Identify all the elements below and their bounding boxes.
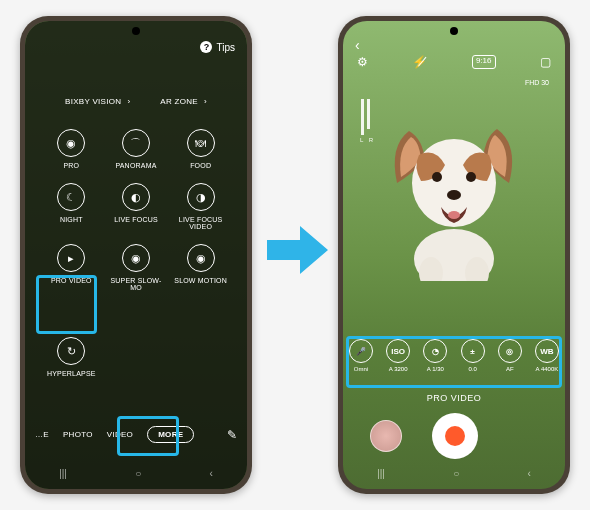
mode-label: LIVE FOCUS: [114, 216, 158, 223]
control-iso[interactable]: ISO A 3200: [386, 339, 410, 372]
tips-button[interactable]: ? Tips: [200, 41, 235, 53]
nav-home-icon[interactable]: ○: [453, 468, 459, 479]
mode-label: SUPER SLOW-MO: [105, 277, 167, 291]
mode-label: HYPERLAPSE: [47, 370, 96, 377]
mode-hyperlapse[interactable]: ↻ HYPERLAPSE: [40, 337, 102, 377]
mode-label: SLOW MOTION: [174, 277, 227, 284]
bixby-vision-link[interactable]: BIXBY VISION ›: [65, 97, 130, 106]
nav-back-icon[interactable]: ‹: [210, 468, 213, 479]
control-label: A 1/30: [427, 366, 444, 372]
live-focus-video-icon: ◑: [187, 183, 215, 211]
resolution-label: FHD 30: [525, 79, 549, 86]
control-ev[interactable]: ± 0.0: [461, 339, 485, 372]
mic-icon: 🎤: [349, 339, 373, 363]
pro-video-screen: ‹ ⚙ ⚡̸ 9:16 ▢ FHD 30 L R 🎤 Omni ISO: [343, 21, 565, 489]
chevron-right-icon: ›: [127, 97, 130, 106]
back-button[interactable]: ‹: [355, 37, 360, 53]
tips-label: Tips: [216, 42, 235, 53]
nav-back-icon[interactable]: ‹: [528, 468, 531, 479]
audio-level-meter: [361, 99, 370, 135]
mode-food[interactable]: 🍽 FOOD: [170, 129, 232, 169]
mode-pro[interactable]: ◉ PRO: [40, 129, 102, 169]
mode-label: PRO: [63, 162, 79, 169]
mode-label: LIVE FOCUS VIDEO: [170, 216, 232, 230]
flash-off-icon[interactable]: ⚡̸: [412, 55, 427, 69]
control-mic[interactable]: 🎤 Omni: [349, 339, 373, 372]
nav-home-icon[interactable]: ○: [135, 468, 141, 479]
front-camera-notch: [450, 27, 458, 35]
record-dot-icon: [445, 426, 465, 446]
slow-motion-icon: ◉: [187, 244, 215, 272]
tab-truncated[interactable]: …E: [35, 430, 49, 439]
aspect-ratio-button[interactable]: 9:16: [472, 55, 496, 69]
iso-icon: ISO: [386, 339, 410, 363]
mode-live-focus[interactable]: ◐ LIVE FOCUS: [105, 183, 167, 230]
tab-photo[interactable]: PHOTO: [63, 430, 93, 439]
control-label: AF: [506, 366, 514, 372]
control-label: 0.0: [468, 366, 476, 372]
tab-more[interactable]: MORE: [147, 426, 194, 443]
mode-label: FOOD: [190, 162, 211, 169]
control-label: A 3200: [389, 366, 408, 372]
live-focus-icon: ◐: [122, 183, 150, 211]
mode-night[interactable]: ☾ NIGHT: [40, 183, 102, 230]
wb-icon: WB: [535, 339, 559, 363]
control-shutter[interactable]: ◔ A 1/30: [423, 339, 447, 372]
mode-super-slow-mo[interactable]: ◉ SUPER SLOW-MO: [105, 244, 167, 291]
chevron-right-icon: ›: [204, 97, 207, 106]
camera-more-modes-screen: ? Tips BIXBY VISION › AR ZONE › ◉ PRO: [25, 21, 247, 489]
mode-live-focus-video[interactable]: ◑ LIVE FOCUS VIDEO: [170, 183, 232, 230]
nav-recents-icon[interactable]: |||: [377, 468, 385, 479]
mode-pro-video[interactable]: ▸ PRO VIDEO: [40, 244, 102, 291]
ev-icon: ±: [461, 339, 485, 363]
mode-title: PRO VIDEO: [343, 393, 565, 403]
mode-panorama[interactable]: ⌒ PANORAMA: [105, 129, 167, 169]
nav-recents-icon[interactable]: |||: [59, 468, 67, 479]
edit-modes-icon[interactable]: ✎: [227, 428, 237, 442]
super-slow-mo-icon: ◉: [122, 244, 150, 272]
control-label: A 4400K: [536, 366, 559, 372]
play-icon: ▸: [57, 244, 85, 272]
settings-icon[interactable]: ⚙: [357, 55, 368, 69]
bixby-vision-label: BIXBY VISION: [65, 97, 121, 106]
aperture-icon: ◉: [57, 129, 85, 157]
question-icon: ?: [200, 41, 212, 53]
mode-label: PANORAMA: [115, 162, 156, 169]
mode-slow-motion[interactable]: ◉ SLOW MOTION: [170, 244, 232, 291]
phone-right: ‹ ⚙ ⚡̸ 9:16 ▢ FHD 30 L R 🎤 Omni ISO: [338, 16, 570, 494]
shutter-icon: ◔: [423, 339, 447, 363]
gallery-thumbnail[interactable]: [370, 420, 402, 452]
ar-zone-label: AR ZONE: [160, 97, 198, 106]
panorama-icon: ⌒: [122, 129, 150, 157]
tab-video[interactable]: VIDEO: [107, 430, 133, 439]
moon-icon: ☾: [57, 183, 85, 211]
arrow-right-icon: [262, 220, 332, 280]
audio-lr-label: L R: [360, 137, 375, 143]
ar-zone-link[interactable]: AR ZONE ›: [160, 97, 207, 106]
front-camera-notch: [132, 27, 140, 35]
control-focus[interactable]: ◎ AF: [498, 339, 522, 372]
histogram-icon[interactable]: ▢: [540, 55, 551, 69]
phone-left: ? Tips BIXBY VISION › AR ZONE › ◉ PRO: [20, 16, 252, 494]
food-icon: 🍽: [187, 129, 215, 157]
control-label: Omni: [354, 366, 368, 372]
focus-icon: ◎: [498, 339, 522, 363]
mode-label: NIGHT: [60, 216, 83, 223]
record-button[interactable]: [432, 413, 478, 459]
control-wb[interactable]: WB A 4400K: [535, 339, 559, 372]
mode-label: PRO VIDEO: [51, 277, 92, 284]
hyperlapse-icon: ↻: [57, 337, 85, 365]
